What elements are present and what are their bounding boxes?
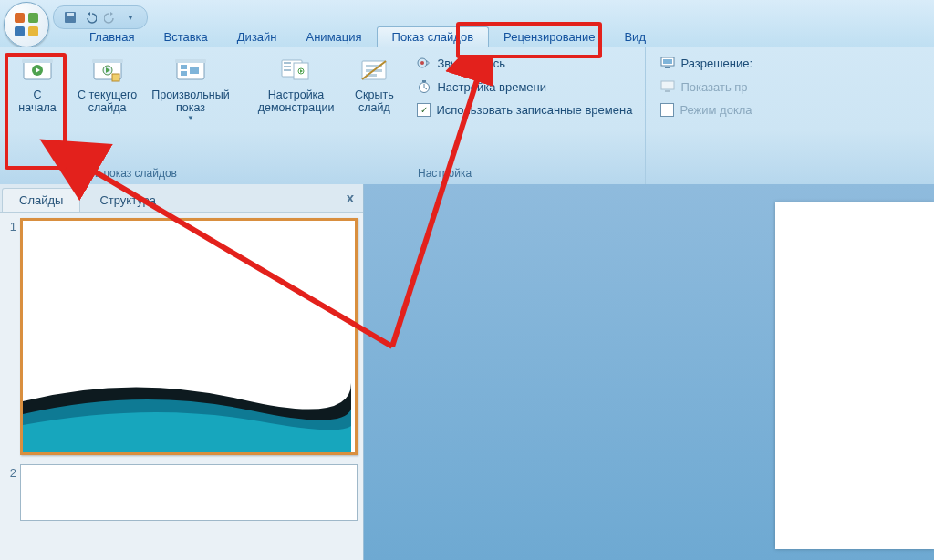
ribbon-tabs: Главная Вставка Дизайн Анимация Показ сл… (75, 27, 660, 47)
thumb-preview (20, 464, 358, 521)
workspace: Слайды Структура x 1 2 (0, 184, 934, 560)
record-label: Звукозапись (437, 57, 505, 70)
show-on-label: Показать пр (680, 80, 747, 94)
use-timings-checkbox[interactable]: ✓ Использовать записанные времена (413, 100, 636, 119)
tab-design[interactable]: Дизайн (223, 27, 292, 47)
resolution-row[interactable]: Разрешение: (657, 53, 927, 73)
hide-slide-button[interactable]: Скрыть слайд (342, 51, 406, 165)
office-logo-icon (12, 10, 41, 39)
slide-artwork (23, 374, 351, 452)
group-start-label: Начать показ слайдов (5, 165, 236, 182)
presenter-view-row: . Режим докла (657, 100, 927, 119)
custom-show-button[interactable]: Произвольный показ ▼ (145, 51, 235, 165)
checkbox-empty-icon: . (660, 103, 674, 117)
svg-rect-12 (112, 74, 119, 81)
tab-review[interactable]: Рецензирование (489, 27, 609, 47)
custom-show-label: Произвольный показ (151, 88, 229, 114)
hide-slide-icon (358, 56, 389, 87)
svg-rect-10 (92, 59, 123, 63)
rehearse-timings-button[interactable]: Настройка времени (413, 77, 636, 97)
svg-rect-5 (67, 13, 74, 16)
tab-home[interactable]: Главная (75, 27, 149, 47)
thumb-number: 1 (2, 218, 16, 455)
titlebar: ▼ Главная Вставка Дизайн Анимация Показ … (0, 0, 934, 47)
setup-button[interactable]: Настройка демонстрации (252, 51, 341, 165)
svg-rect-1 (28, 13, 38, 23)
chevron-down-icon: ▼ (187, 114, 194, 122)
setup-icon (281, 56, 312, 87)
from-current-icon (92, 56, 123, 87)
tab-view[interactable]: Вид (609, 27, 660, 47)
slide-panel: Слайды Структура x 1 2 (0, 184, 364, 560)
custom-show-icon (175, 56, 206, 87)
resolution-label: Разрешение: (680, 57, 752, 70)
svg-point-30 (420, 61, 424, 65)
current-slide[interactable] (775, 202, 934, 549)
panel-tab-outline[interactable]: Структура (82, 188, 173, 212)
svg-rect-32 (422, 80, 426, 82)
svg-rect-7 (22, 59, 53, 63)
svg-rect-37 (665, 90, 670, 92)
from-current-label: С текущего слайда (78, 88, 137, 114)
rehearse-label: Настройка времени (437, 80, 546, 94)
ribbon: С начала С текущего слайда Произвольный … (0, 47, 934, 185)
thumbnail-1[interactable]: 1 (2, 218, 358, 455)
from-current-button[interactable]: С текущего слайда (71, 51, 143, 165)
qat-save-icon[interactable] (61, 8, 79, 26)
svg-rect-15 (181, 65, 187, 69)
qat-undo-icon[interactable] (81, 8, 99, 26)
from-beginning-icon (22, 56, 53, 87)
show-on-row: Показать пр (657, 77, 927, 97)
ribbon-group-setup: Настройка демонстрации Скрыть слайд Звук… (244, 47, 647, 184)
checkbox-icon: ✓ (417, 103, 431, 117)
thumb-preview (20, 218, 358, 455)
ribbon-group-start: С начала С текущего слайда Произвольный … (0, 47, 244, 184)
from-beginning-button[interactable]: С начала (5, 51, 69, 165)
svg-rect-21 (284, 69, 291, 71)
monitor2-icon (660, 79, 675, 94)
presenter-view-label: Режим докла (680, 103, 752, 117)
editor-stage[interactable] (364, 184, 934, 560)
svg-rect-14 (175, 59, 206, 63)
ribbon-group-monitors: Разрешение: Показать пр . Режим докла (646, 47, 934, 184)
tab-insert[interactable]: Вставка (149, 27, 222, 47)
setup-label: Настройка демонстрации (258, 88, 335, 114)
svg-rect-20 (284, 66, 291, 67)
svg-rect-35 (665, 67, 670, 68)
group-monitors-label (653, 119, 927, 137)
thumbnail-2[interactable]: 2 (2, 464, 358, 521)
svg-rect-36 (661, 81, 674, 89)
use-timings-label: Использовать записанные времена (436, 103, 632, 117)
thumb-number: 2 (2, 464, 16, 521)
svg-rect-2 (15, 26, 25, 36)
from-beginning-label: С начала (18, 88, 56, 114)
panel-close-button[interactable]: x (347, 190, 354, 205)
record-narration-button[interactable]: Звукозапись (413, 53, 636, 73)
svg-rect-16 (181, 71, 187, 76)
tab-slideshow[interactable]: Показ слайдов (377, 26, 490, 47)
quick-access-toolbar: ▼ (53, 5, 148, 29)
tab-animation[interactable]: Анимация (292, 27, 377, 47)
qat-redo-icon[interactable] (101, 8, 119, 26)
svg-rect-17 (190, 67, 199, 74)
office-button[interactable] (4, 2, 49, 47)
hide-slide-label: Скрыть слайд (355, 88, 394, 114)
svg-rect-0 (15, 13, 25, 23)
svg-rect-3 (28, 26, 38, 36)
thumbnail-list[interactable]: 1 2 (0, 213, 363, 560)
svg-rect-34 (663, 59, 672, 64)
record-icon (417, 56, 431, 70)
svg-rect-19 (284, 62, 291, 64)
panel-tabs: Слайды Структура x (0, 184, 363, 213)
panel-tab-slides[interactable]: Слайды (2, 188, 80, 212)
monitor-icon (660, 56, 675, 70)
qat-customize-icon[interactable]: ▼ (121, 8, 140, 26)
group-setup-label: Настройка (252, 165, 638, 182)
clock-icon (417, 79, 431, 94)
